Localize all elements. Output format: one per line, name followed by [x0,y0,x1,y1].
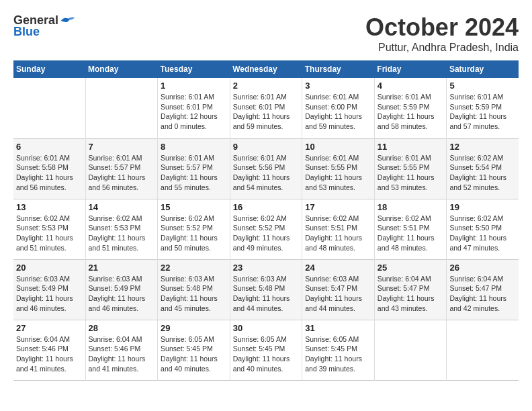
day-number: 22 [161,263,227,273]
day-cell: 25Sunrise: 6:04 AM Sunset: 5:47 PM Dayli… [374,259,447,320]
day-number: 2 [233,81,300,91]
day-number: 26 [449,263,516,273]
day-info: Sunrise: 6:01 AM Sunset: 5:59 PM Dayligh… [378,92,444,132]
day-info: Sunrise: 6:05 AM Sunset: 5:45 PM Dayligh… [233,334,300,374]
day-number: 6 [16,142,83,152]
day-cell [85,78,158,138]
calendar-table: SundayMondayTuesdayWednesdayThursdayFrid… [13,60,519,381]
week-row-1: 1Sunrise: 6:01 AM Sunset: 6:01 PM Daylig… [13,78,519,138]
logo-bird-icon [60,15,76,27]
day-info: Sunrise: 6:03 AM Sunset: 5:49 PM Dayligh… [16,274,83,314]
header-thursday: Thursday [302,60,375,78]
day-number: 3 [305,81,371,91]
day-info: Sunrise: 6:02 AM Sunset: 5:52 PM Dayligh… [233,214,300,253]
day-info: Sunrise: 6:01 AM Sunset: 6:00 PM Dayligh… [305,92,371,132]
day-cell: 22Sunrise: 6:03 AM Sunset: 5:48 PM Dayli… [158,259,230,320]
day-cell: 17Sunrise: 6:02 AM Sunset: 5:51 PM Dayli… [302,199,375,259]
day-info: Sunrise: 6:01 AM Sunset: 6:01 PM Dayligh… [161,92,227,132]
week-row-5: 27Sunrise: 6:04 AM Sunset: 5:46 PM Dayli… [13,320,519,380]
day-number: 20 [16,263,83,273]
day-cell: 15Sunrise: 6:02 AM Sunset: 5:52 PM Dayli… [158,199,230,259]
day-info: Sunrise: 6:03 AM Sunset: 5:47 PM Dayligh… [305,274,371,314]
day-info: Sunrise: 6:03 AM Sunset: 5:48 PM Dayligh… [161,274,227,314]
day-number: 9 [233,142,300,152]
day-number: 11 [378,142,444,152]
day-cell: 20Sunrise: 6:03 AM Sunset: 5:49 PM Dayli… [13,259,85,320]
day-number: 24 [305,263,371,273]
day-info: Sunrise: 6:01 AM Sunset: 5:59 PM Dayligh… [449,92,516,132]
day-info: Sunrise: 6:02 AM Sunset: 5:53 PM Dayligh… [16,214,83,253]
header-saturday: Saturday [447,60,519,78]
day-cell [13,78,85,138]
day-cell: 19Sunrise: 6:02 AM Sunset: 5:50 PM Dayli… [447,199,519,259]
day-cell: 12Sunrise: 6:02 AM Sunset: 5:54 PM Dayli… [447,138,519,199]
header-friday: Friday [374,60,447,78]
day-info: Sunrise: 6:01 AM Sunset: 5:55 PM Dayligh… [378,153,444,193]
header-monday: Monday [85,60,158,78]
day-number: 10 [305,142,371,152]
day-cell: 16Sunrise: 6:02 AM Sunset: 5:52 PM Dayli… [230,199,302,259]
day-cell: 3Sunrise: 6:01 AM Sunset: 6:00 PM Daylig… [302,78,375,138]
day-cell: 1Sunrise: 6:01 AM Sunset: 6:01 PM Daylig… [158,78,230,138]
day-info: Sunrise: 6:01 AM Sunset: 6:01 PM Dayligh… [233,92,300,132]
day-info: Sunrise: 6:04 AM Sunset: 5:47 PM Dayligh… [449,274,516,314]
day-cell: 13Sunrise: 6:02 AM Sunset: 5:53 PM Dayli… [13,199,85,259]
day-cell [447,320,519,380]
location: Puttur, Andhra Pradesh, India [365,42,519,54]
day-cell: 27Sunrise: 6:04 AM Sunset: 5:46 PM Dayli… [13,320,85,380]
day-number: 4 [378,81,444,91]
day-info: Sunrise: 6:02 AM Sunset: 5:51 PM Dayligh… [305,214,371,253]
day-number: 29 [161,323,227,333]
day-number: 13 [16,202,83,212]
day-number: 31 [305,323,371,333]
day-cell: 18Sunrise: 6:02 AM Sunset: 5:51 PM Dayli… [374,199,447,259]
day-number: 23 [233,263,300,273]
day-info: Sunrise: 6:04 AM Sunset: 5:47 PM Dayligh… [378,274,444,314]
day-info: Sunrise: 6:03 AM Sunset: 5:49 PM Dayligh… [89,274,155,314]
day-cell: 2Sunrise: 6:01 AM Sunset: 6:01 PM Daylig… [230,78,302,138]
day-number: 30 [233,323,300,333]
day-cell: 14Sunrise: 6:02 AM Sunset: 5:53 PM Dayli… [85,199,158,259]
day-number: 1 [161,81,227,91]
day-cell: 11Sunrise: 6:01 AM Sunset: 5:55 PM Dayli… [374,138,447,199]
day-info: Sunrise: 6:05 AM Sunset: 5:45 PM Dayligh… [305,334,371,374]
day-cell: 9Sunrise: 6:01 AM Sunset: 5:56 PM Daylig… [230,138,302,199]
day-cell: 31Sunrise: 6:05 AM Sunset: 5:45 PM Dayli… [302,320,375,380]
day-cell: 10Sunrise: 6:01 AM Sunset: 5:55 PM Dayli… [302,138,375,199]
header-row: SundayMondayTuesdayWednesdayThursdayFrid… [13,60,519,78]
week-row-2: 6Sunrise: 6:01 AM Sunset: 5:58 PM Daylig… [13,138,519,199]
day-info: Sunrise: 6:01 AM Sunset: 5:55 PM Dayligh… [305,153,371,193]
day-number: 12 [449,142,516,152]
day-number: 5 [449,81,516,91]
day-cell: 7Sunrise: 6:01 AM Sunset: 5:57 PM Daylig… [85,138,158,199]
day-number: 17 [305,202,371,212]
day-number: 18 [378,202,444,212]
day-number: 7 [89,142,155,152]
title-section: October 2024 Puttur, Andhra Pradesh, Ind… [365,13,519,54]
week-row-4: 20Sunrise: 6:03 AM Sunset: 5:49 PM Dayli… [13,259,519,320]
day-info: Sunrise: 6:04 AM Sunset: 5:46 PM Dayligh… [16,334,83,374]
header-sunday: Sunday [13,60,85,78]
day-info: Sunrise: 6:01 AM Sunset: 5:56 PM Dayligh… [233,153,300,193]
day-cell: 6Sunrise: 6:01 AM Sunset: 5:58 PM Daylig… [13,138,85,199]
day-cell: 29Sunrise: 6:05 AM Sunset: 5:45 PM Dayli… [158,320,230,380]
day-cell: 23Sunrise: 6:03 AM Sunset: 5:48 PM Dayli… [230,259,302,320]
day-cell: 28Sunrise: 6:04 AM Sunset: 5:46 PM Dayli… [85,320,158,380]
day-cell: 24Sunrise: 6:03 AM Sunset: 5:47 PM Dayli… [302,259,375,320]
day-cell: 26Sunrise: 6:04 AM Sunset: 5:47 PM Dayli… [447,259,519,320]
day-info: Sunrise: 6:03 AM Sunset: 5:48 PM Dayligh… [233,274,300,314]
day-number: 27 [16,323,83,333]
day-info: Sunrise: 6:05 AM Sunset: 5:45 PM Dayligh… [161,334,227,374]
day-number: 16 [233,202,300,212]
day-number: 25 [378,263,444,273]
day-cell: 30Sunrise: 6:05 AM Sunset: 5:45 PM Dayli… [230,320,302,380]
day-cell: 21Sunrise: 6:03 AM Sunset: 5:49 PM Dayli… [85,259,158,320]
day-number: 21 [89,263,155,273]
day-number: 19 [449,202,516,212]
day-cell: 8Sunrise: 6:01 AM Sunset: 5:57 PM Daylig… [158,138,230,199]
month-title: October 2024 [365,13,519,42]
day-number: 15 [161,202,227,212]
day-number: 14 [89,202,155,212]
calendar-header: SundayMondayTuesdayWednesdayThursdayFrid… [13,60,519,78]
day-info: Sunrise: 6:02 AM Sunset: 5:54 PM Dayligh… [449,153,516,193]
